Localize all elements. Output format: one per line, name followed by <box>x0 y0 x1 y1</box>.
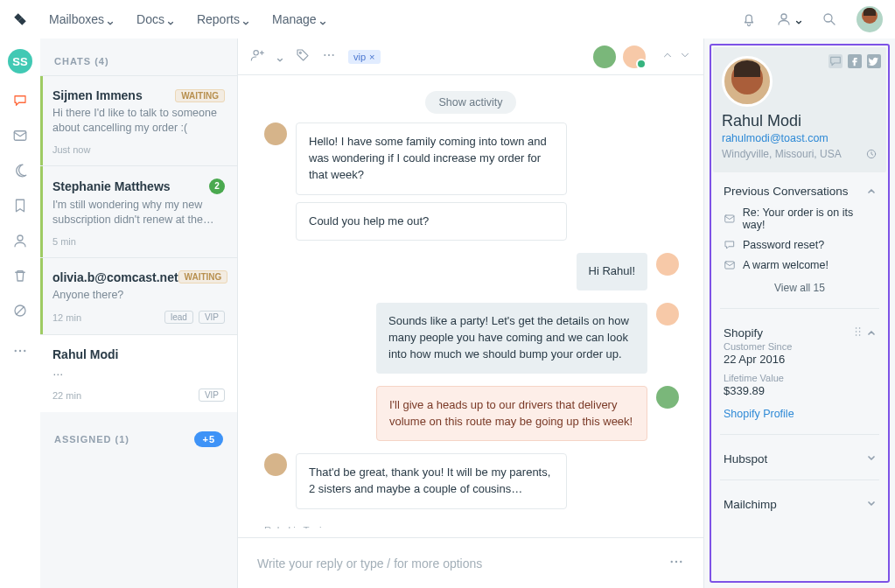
lifetime-value: Lifetime Value$339.89 <box>724 373 876 397</box>
internal-note-bubble: I'll give a heads up to our drivers that… <box>376 386 647 442</box>
svg-point-19 <box>856 327 857 329</box>
svg-point-3 <box>17 235 23 241</box>
svg-point-13 <box>671 561 673 563</box>
assign-icon[interactable] <box>250 48 264 65</box>
app-logo[interactable] <box>12 11 28 27</box>
inbox-icon[interactable] <box>12 128 28 144</box>
nav-reports[interactable]: Reports <box>197 12 249 26</box>
bookmark-icon[interactable] <box>12 198 28 214</box>
chat-item-active[interactable]: Rahul Modi … 22 minVIP <box>40 334 237 412</box>
chevron-down-icon <box>107 16 114 23</box>
svg-point-11 <box>328 54 330 56</box>
person-icon[interactable] <box>12 233 28 248</box>
previous-conversations-panel: Previous Conversations Re: Your order is… <box>713 172 886 303</box>
view-all-link[interactable]: View all 15 <box>724 282 876 294</box>
tag-icon[interactable] <box>296 48 310 65</box>
customer-location: Windyville, Missouri, USA <box>722 148 842 160</box>
typing-indicator: Rahul is Typing… <box>264 525 679 528</box>
svg-point-22 <box>859 331 861 332</box>
topbar-right <box>741 6 883 32</box>
message-bubble: Sounds like a party! Let's get the detai… <box>376 303 647 374</box>
chevron-down-icon <box>167 16 174 23</box>
chevron-down-icon <box>867 452 876 466</box>
chat-icon[interactable] <box>12 93 28 108</box>
reply-input[interactable] <box>257 556 668 570</box>
agent-avatar <box>656 253 679 276</box>
facebook-icon[interactable] <box>848 54 862 68</box>
svg-point-9 <box>299 52 301 53</box>
participant-avatar[interactable] <box>623 46 646 68</box>
prev-convo-item[interactable]: Re: Your order is on its way! <box>724 206 876 231</box>
svg-point-1 <box>824 14 832 22</box>
svg-point-10 <box>324 54 325 56</box>
search-icon[interactable] <box>822 11 837 27</box>
participants <box>593 46 691 68</box>
chevron-up-icon <box>867 326 876 340</box>
composer-more-icon[interactable] <box>668 554 684 572</box>
tag-badge: lead <box>164 311 193 324</box>
close-icon[interactable]: × <box>369 52 374 62</box>
waiting-badge: WAITING <box>178 270 228 284</box>
svg-point-15 <box>680 561 682 563</box>
show-activity-button[interactable]: Show activity <box>425 91 517 114</box>
svg-point-21 <box>856 331 857 332</box>
chevron-down-icon <box>795 16 802 23</box>
chat-icon[interactable] <box>829 54 843 68</box>
app-body: SS CHATS (4) Sijmen ImmensWAITING Hi the… <box>0 38 895 588</box>
shopify-panel: Shopify Customer Since22 Apr 2016 Lifeti… <box>713 314 886 429</box>
prev-convo-item[interactable]: Password reset? <box>724 239 876 251</box>
svg-point-5 <box>15 350 17 352</box>
notifications-icon[interactable] <box>741 11 757 27</box>
chat-item[interactable]: Stephanie Matthews2 I'm still wondering … <box>40 165 237 257</box>
assigned-header: ASSIGNED (1) +5 <box>40 412 237 447</box>
assigned-plus-badge[interactable]: +5 <box>194 431 223 447</box>
moon-icon[interactable] <box>12 163 28 178</box>
left-rail: SS <box>0 38 40 588</box>
block-icon[interactable] <box>12 303 28 318</box>
current-user-avatar[interactable] <box>857 6 883 32</box>
tag-chip[interactable]: vip× <box>348 50 381 64</box>
conversation-pane: vip× Show activity Hello! I have some fa… <box>237 38 703 588</box>
nav-docs[interactable]: Docs <box>136 12 174 26</box>
hubspot-panel[interactable]: Hubspot <box>713 440 886 474</box>
message-bubble: Hi Rahul! <box>577 253 647 290</box>
conversation-toolbar: vip× <box>238 38 703 75</box>
more-icon[interactable] <box>322 48 336 65</box>
message-bubble: Could you help me out? <box>296 202 567 242</box>
chevron-down-icon[interactable] <box>276 53 283 60</box>
nav-manage[interactable]: Manage <box>272 12 326 26</box>
chevron-up-icon <box>867 185 876 198</box>
prev-convo-item[interactable]: A warm welcome! <box>724 259 876 271</box>
shopify-profile-link[interactable]: Shopify Profile <box>724 408 794 420</box>
next-convo-arrow[interactable] <box>679 49 691 64</box>
workspace-avatar[interactable]: SS <box>8 49 32 74</box>
svg-point-6 <box>19 350 21 352</box>
svg-point-20 <box>859 327 861 329</box>
tag-badge: VIP <box>199 311 225 324</box>
composer <box>238 538 703 588</box>
nav-mailboxes[interactable]: Mailboxes <box>49 12 114 26</box>
chat-item[interactable]: Sijmen ImmensWAITING Hi there I'd like t… <box>40 75 237 165</box>
drag-icon[interactable] <box>855 326 862 340</box>
users-dropdown[interactable] <box>776 11 802 27</box>
prev-convo-arrow[interactable] <box>661 49 674 64</box>
mailchimp-panel[interactable]: Mailchimp <box>713 486 886 520</box>
more-icon[interactable] <box>12 343 28 359</box>
customer-email[interactable]: rahulmodi@toast.com <box>722 132 829 144</box>
twitter-icon[interactable] <box>867 54 881 68</box>
customer-name: Rahul Modi <box>722 112 878 130</box>
tag-badge: VIP <box>199 388 225 402</box>
clock-icon <box>865 148 878 160</box>
trash-icon[interactable] <box>12 268 28 284</box>
customer-avatar <box>264 122 287 145</box>
panel-title[interactable]: Shopify <box>724 326 876 340</box>
svg-point-8 <box>254 51 258 55</box>
chat-list-pane: CHATS (4) Sijmen ImmensWAITING Hi there … <box>40 38 237 588</box>
participant-avatar[interactable] <box>593 46 616 68</box>
customer-avatar <box>264 453 287 476</box>
chat-item[interactable]: olivia.b@comcast.netWAITING Anyone there… <box>40 257 237 335</box>
agent-avatar <box>656 303 679 326</box>
panel-title[interactable]: Previous Conversations <box>724 185 876 198</box>
top-nav: Mailboxes Docs Reports Manage <box>49 12 326 26</box>
topbar: Mailboxes Docs Reports Manage <box>0 0 895 38</box>
